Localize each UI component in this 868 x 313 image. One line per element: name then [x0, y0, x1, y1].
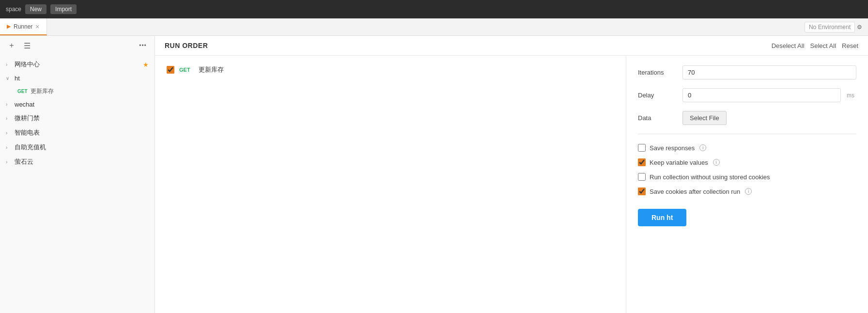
- add-collection-button[interactable]: +: [6, 40, 17, 51]
- star-icon[interactable]: ★: [143, 61, 149, 68]
- save-responses-label: Save responses: [650, 144, 695, 152]
- new-button[interactable]: New: [25, 4, 46, 14]
- sidebar-child-gengxinkucun[interactable]: GET 更新库存: [0, 85, 155, 98]
- top-bar: space New Import: [0, 0, 868, 18]
- chevron-right-icon: ›: [6, 145, 12, 150]
- sidebar-header: + ☰ •••: [0, 36, 155, 55]
- sidebar-item-label: wechat: [15, 101, 34, 108]
- runner-tab[interactable]: ▶ Runner ×: [0, 18, 47, 35]
- run-without-cookies-checkbox[interactable]: [638, 173, 646, 181]
- delay-input[interactable]: [682, 88, 841, 102]
- save-responses-row: Save responses i: [638, 144, 856, 152]
- content-area: RUN ORDER Deselect All Select All Reset …: [155, 36, 868, 313]
- chevron-down-icon: ∨: [6, 76, 12, 81]
- table-row: GET 更新库存: [161, 62, 620, 78]
- save-cookies-row: Save cookies after collection run i: [638, 188, 856, 195]
- request-name-label: 更新库存: [199, 65, 224, 74]
- sidebar-item-label: 网络中心: [15, 60, 40, 69]
- run-without-cookies-label: Run collection without using stored cook…: [650, 173, 770, 181]
- delay-label: Delay: [638, 92, 677, 99]
- iterations-row: Iterations: [638, 65, 856, 79]
- data-row: Data Select File: [638, 111, 856, 125]
- sidebar-item-zhinengdianbi[interactable]: › 智能电表: [0, 125, 155, 140]
- delay-row: Delay ms: [638, 88, 856, 102]
- sidebar-item-label: 微耕门禁: [15, 114, 40, 123]
- close-icon[interactable]: ×: [35, 23, 39, 30]
- config-panel: Iterations Delay ms Data Select File: [626, 56, 868, 313]
- checkboxes-section: Save responses i Keep variable values i …: [638, 142, 856, 204]
- keep-variable-row: Keep variable values i: [638, 158, 856, 166]
- sidebar-item-label: ht: [15, 75, 20, 82]
- run-without-cookies-row: Run collection without using stored cook…: [638, 173, 856, 181]
- play-icon: ▶: [7, 23, 11, 30]
- sidebar-item-label: 智能电表: [15, 128, 40, 137]
- sidebar-item-zizhuchongzhiji[interactable]: › 自助充值机: [0, 140, 155, 155]
- request-name: 更新库存: [31, 87, 54, 95]
- iterations-label: Iterations: [638, 69, 677, 76]
- save-cookies-label: Save cookies after collection run: [650, 188, 740, 195]
- request-checkbox[interactable]: [167, 66, 174, 74]
- sidebar-item-yingshiyun[interactable]: › 萤石云: [0, 155, 155, 169]
- save-responses-checkbox[interactable]: [638, 144, 646, 152]
- iterations-input[interactable]: [682, 65, 856, 79]
- chevron-right-icon: ›: [6, 130, 12, 136]
- tab-bar: ▶ Runner × No Environment ⚙: [0, 18, 868, 36]
- data-label: Data: [638, 114, 677, 122]
- request-list: GET 更新库存: [155, 56, 626, 313]
- select-all-button[interactable]: Select All: [810, 42, 836, 49]
- sidebar-item-label: 萤石云: [15, 157, 33, 166]
- sidebar-item-weigengmenjin[interactable]: › 微耕门禁: [0, 111, 155, 125]
- keep-variable-info-icon[interactable]: i: [713, 159, 720, 166]
- sidebar-nav: › 网络中心 ★ ∨ ht GET 更新库存 › wechat ›: [0, 55, 155, 313]
- sidebar: + ☰ ••• › 网络中心 ★ ∨ ht GET 更新库存 ›: [0, 36, 155, 313]
- keep-variable-label: Keep variable values: [650, 159, 708, 166]
- runner-actions: Deselect All Select All Reset: [772, 42, 858, 49]
- tab-label: Runner: [14, 23, 32, 30]
- sidebar-item-ht[interactable]: ∨ ht: [0, 72, 155, 85]
- more-options-button[interactable]: •••: [137, 40, 149, 51]
- env-settings-icon[interactable]: ⚙: [857, 24, 862, 31]
- filter-button[interactable]: ☰: [21, 40, 33, 51]
- sidebar-item-wechat[interactable]: › wechat: [0, 98, 155, 111]
- keep-variable-checkbox[interactable]: [638, 158, 646, 166]
- env-selector: No Environment ⚙: [799, 22, 868, 32]
- run-order-title: RUN ORDER: [165, 42, 208, 49]
- chevron-right-icon: ›: [6, 62, 12, 67]
- save-responses-info-icon[interactable]: i: [699, 144, 706, 151]
- select-file-button[interactable]: Select File: [682, 111, 727, 125]
- method-badge: GET: [179, 67, 194, 73]
- method-badge: GET: [17, 89, 28, 94]
- chevron-right-icon: ›: [6, 102, 12, 107]
- main-layout: + ☰ ••• › 网络中心 ★ ∨ ht GET 更新库存 ›: [0, 36, 868, 313]
- save-cookies-checkbox[interactable]: [638, 188, 646, 195]
- runner-header: RUN ORDER Deselect All Select All Reset: [155, 36, 868, 56]
- delay-unit: ms: [847, 92, 856, 99]
- import-button[interactable]: Import: [50, 4, 77, 14]
- sidebar-item-wangluozhongxin[interactable]: › 网络中心 ★: [0, 57, 155, 72]
- chevron-right-icon: ›: [6, 116, 12, 121]
- deselect-all-button[interactable]: Deselect All: [772, 42, 805, 49]
- reset-button[interactable]: Reset: [842, 42, 858, 49]
- save-cookies-info-icon[interactable]: i: [745, 188, 752, 195]
- runner-body: GET 更新库存 Iterations Delay ms: [155, 56, 868, 313]
- env-dropdown[interactable]: No Environment: [805, 22, 855, 32]
- app-title: space: [6, 6, 21, 13]
- chevron-right-icon: ›: [6, 159, 12, 165]
- run-button[interactable]: Run ht: [638, 209, 686, 226]
- sidebar-item-label: 自助充值机: [15, 143, 46, 152]
- divider: [638, 134, 856, 134]
